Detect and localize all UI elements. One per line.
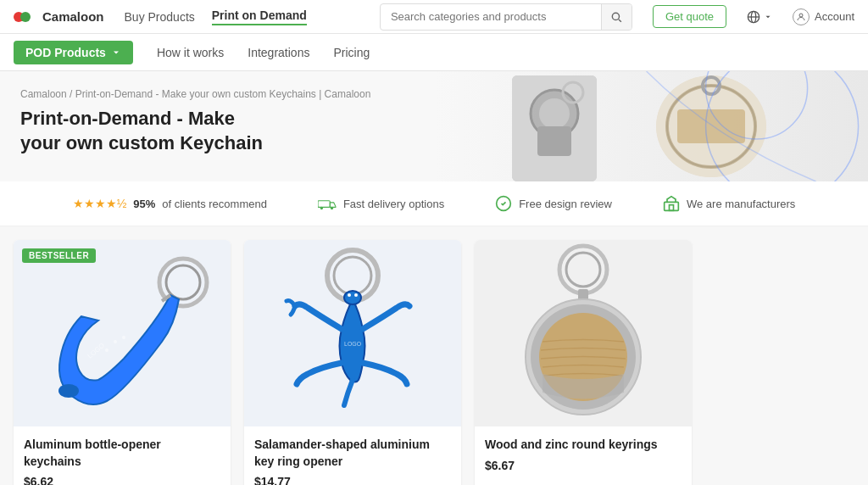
review-icon xyxy=(495,195,512,212)
search-input[interactable] xyxy=(381,10,601,23)
breadcrumb-separator: / xyxy=(70,88,75,100)
logo-text: Camaloon xyxy=(42,9,104,24)
svg-rect-13 xyxy=(677,109,745,143)
svg-point-36 xyxy=(348,293,351,297)
product-card-1[interactable]: BESTSELLER LOGO xyxy=(14,240,231,485)
globe-button[interactable] xyxy=(747,10,772,24)
hero-image-keychain-lock xyxy=(512,75,597,181)
hero-image-round-keychain xyxy=(656,75,766,177)
how-it-works-link[interactable]: How it works xyxy=(157,46,224,59)
svg-text:LOGO: LOGO xyxy=(344,341,362,347)
svg-point-39 xyxy=(566,253,600,287)
product-price-3: $6.67 xyxy=(485,459,682,472)
trust-manufacturer-text: We are manufacturers xyxy=(687,198,795,210)
pod-products-button[interactable]: POD Products xyxy=(14,41,133,64)
svg-point-19 xyxy=(320,207,323,209)
sub-nav: POD Products How it works Integrations P… xyxy=(0,34,868,71)
svg-point-29 xyxy=(114,340,117,343)
svg-point-31 xyxy=(122,336,125,339)
top-nav: Camaloon Buy Products Print on Demand Ge… xyxy=(0,0,868,34)
chevron-down-small-icon xyxy=(111,47,121,58)
breadcrumb-current: Print-on-Demand - Make your own custom K… xyxy=(75,88,371,100)
account-label: Account xyxy=(815,10,854,23)
trust-review: Free design review xyxy=(495,195,612,212)
product-name-1: Aluminum bottle-opener keychains xyxy=(24,437,220,470)
top-nav-links: Buy Products Print on Demand xyxy=(125,8,307,25)
search-bar xyxy=(380,3,632,31)
hero-section: Camaloon / Print-on-Demand - Make your o… xyxy=(0,71,868,181)
trust-delivery-text: Fast delivery options xyxy=(343,198,444,210)
svg-rect-22 xyxy=(665,202,679,210)
product-image-1: LOGO xyxy=(14,240,231,426)
sub-nav-links: How it works Integrations Pricing xyxy=(157,46,370,59)
account-icon xyxy=(793,8,810,25)
trust-delivery: Fast delivery options xyxy=(318,196,444,211)
svg-point-8 xyxy=(539,98,570,129)
svg-line-1 xyxy=(619,19,621,21)
logo[interactable]: Camaloon xyxy=(14,5,104,29)
get-quote-button[interactable]: Get quote xyxy=(653,5,726,28)
print-on-demand-link[interactable]: Print on Demand xyxy=(212,8,307,25)
trust-recommend-text: of clients recommend xyxy=(162,198,267,210)
product-info-2: Salamander-shaped aluminium key ring ope… xyxy=(244,426,461,485)
bestseller-badge: BESTSELLER xyxy=(22,248,96,263)
product-card-2[interactable]: LOGO Salamander-shaped aluminium key rin… xyxy=(244,240,461,485)
product-info-1: Aluminum bottle-opener keychains $6.62 xyxy=(14,426,231,485)
svg-point-33 xyxy=(334,257,371,294)
svg-text:LOGO: LOGO xyxy=(86,342,106,360)
logo-icon xyxy=(14,5,37,29)
pod-products-label: POD Products xyxy=(25,46,106,59)
svg-point-37 xyxy=(354,293,358,297)
breadcrumb-home[interactable]: Camaloon xyxy=(20,88,67,100)
svg-point-34 xyxy=(344,291,361,304)
trust-stars: ★★★★½ xyxy=(73,197,127,210)
product-card-3[interactable]: Wood and zinc round keyrings $6.67 xyxy=(475,240,692,485)
svg-rect-9 xyxy=(537,126,571,156)
product-name-3: Wood and zinc round keyrings xyxy=(485,437,682,454)
svg-point-30 xyxy=(105,348,108,352)
globe-icon xyxy=(747,10,760,24)
svg-point-0 xyxy=(613,13,620,20)
svg-point-20 xyxy=(331,207,333,209)
products-grid: BESTSELLER LOGO xyxy=(14,240,854,485)
manufacturer-icon xyxy=(663,195,680,212)
search-button[interactable] xyxy=(601,3,632,31)
buy-products-link[interactable]: Buy Products xyxy=(125,10,195,24)
svg-rect-23 xyxy=(669,205,673,211)
product-image-3 xyxy=(475,240,692,426)
delivery-icon xyxy=(318,196,337,211)
product-price-2: $14.77 xyxy=(254,475,451,485)
svg-rect-18 xyxy=(318,201,330,208)
trust-rating: ★★★★½ 95% of clients recommend xyxy=(73,197,267,210)
chevron-down-icon xyxy=(764,13,772,21)
product-price-1: $6.62 xyxy=(24,475,220,485)
product-image-2: LOGO xyxy=(244,240,461,426)
products-section: BESTSELLER LOGO xyxy=(0,226,868,485)
trust-percentage: 95% xyxy=(133,198,155,210)
pricing-link[interactable]: Pricing xyxy=(333,46,370,59)
product-info-3: Wood and zinc round keyrings $6.67 xyxy=(475,426,692,485)
svg-point-28 xyxy=(58,384,79,398)
trust-manufacturer: We are manufacturers xyxy=(663,195,795,212)
account-button[interactable]: Account xyxy=(793,8,854,25)
svg-point-5 xyxy=(799,14,803,17)
trust-bar: ★★★★½ 95% of clients recommend Fast deli… xyxy=(0,181,868,226)
trust-review-text: Free design review xyxy=(519,198,612,210)
product-name-2: Salamander-shaped aluminium key ring ope… xyxy=(254,437,451,470)
integrations-link[interactable]: Integrations xyxy=(248,46,309,59)
svg-point-25 xyxy=(166,265,200,299)
